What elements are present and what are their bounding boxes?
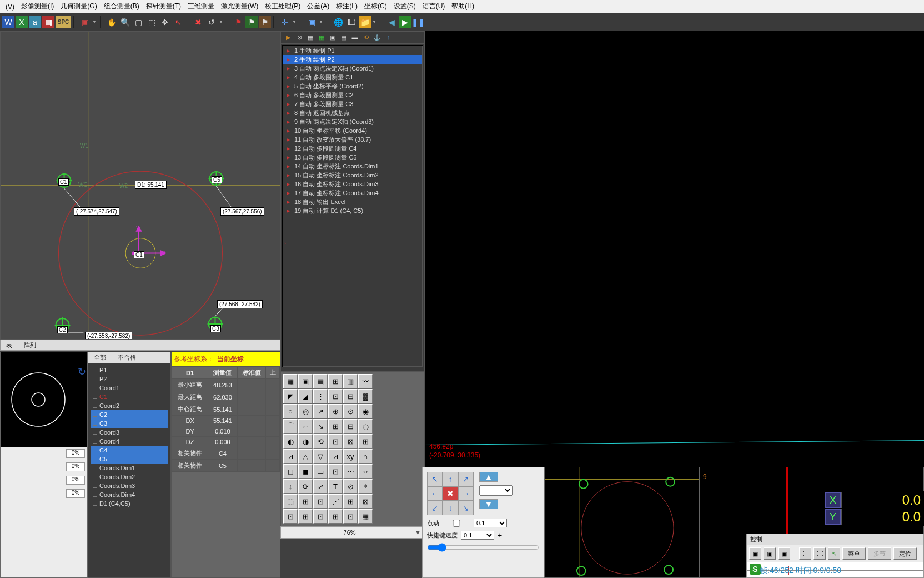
palette-tool[interactable]: ⊿ [328,449,343,464]
palette-tool[interactable]: ◉ [358,404,373,418]
palette-tool[interactable]: ▣ [298,374,313,388]
palette-tool[interactable]: ⊞ [343,494,358,509]
thumbnail-view[interactable]: ↻ [1,352,87,447]
palette-tool[interactable]: ⋮ [313,389,328,403]
palette-tool[interactable]: ⟲ [313,434,328,449]
palette-tool[interactable]: ⊞ [328,509,343,524]
palette-tool[interactable]: 〰 [358,374,373,388]
ctrl-menu-button[interactable]: 菜单 [842,547,866,560]
dropdown-icon[interactable]: ▼ [372,19,378,24]
palette-tool[interactable]: ⊞ [298,494,313,509]
menu-v[interactable]: (V) [2,2,18,12]
menu-coord[interactable]: 坐标(C) [361,1,390,12]
ctrl-rec3[interactable]: ▣ [778,547,790,560]
tree-item[interactable]: P2 [91,375,168,383]
palette-tool[interactable]: ↘ [313,419,328,434]
menu-help[interactable]: 帮助(H) [448,1,478,12]
sync-icon[interactable]: ⟲ [361,32,371,42]
ctrl-fit1[interactable]: ⛶ [799,547,811,560]
tree-item[interactable]: P1 [91,366,168,375]
palette-tool[interactable]: ⊟ [343,389,358,403]
task-item[interactable]: 9 自动 两点决定X轴 (Coord3) [283,117,422,126]
palette-tool[interactable]: ◐ [283,434,298,449]
word-icon[interactable]: W [2,16,14,28]
tree-item[interactable]: Coords.Dim1 [91,464,168,472]
undo-icon[interactable]: ↺ [205,16,218,28]
data-table[interactable]: D1测量值标准值上最小距离48.253最大距离62.030中心距离55.141D… [172,366,280,577]
flag-green-icon[interactable]: ⚑ [245,16,258,28]
z-down-button[interactable]: ▼ [479,499,498,509]
move-icon[interactable]: ✥ [159,16,171,28]
menu-combo[interactable]: 组合测量(B) [101,1,143,12]
dropdown-icon[interactable]: ▼ [319,19,324,24]
palette-tool[interactable]: ▦ [358,509,373,524]
tree-item[interactable]: Coord2 [91,401,168,410]
tree-item[interactable]: C4 [91,446,168,455]
palette-tool[interactable]: ▤ [313,374,328,388]
ctrl-rec1[interactable]: ▣ [749,547,761,560]
palette-tool[interactable]: ⋯ [343,464,358,479]
globe-icon[interactable]: 🌐 [332,16,344,28]
palette-tool[interactable]: ▦ [283,374,298,388]
nav-stop[interactable]: ✖ [443,486,458,501]
palette-tool[interactable]: ◑ [298,434,313,449]
palette-tool[interactable]: ▽ [313,449,328,464]
delete-icon[interactable]: ✖ [192,16,204,28]
hand-icon[interactable]: ✋ [106,16,118,28]
flag-brown-icon[interactable]: ⚑ [259,16,271,28]
ctrl-locate-button[interactable]: 定位 [893,547,917,560]
nav-right[interactable]: → [458,486,474,501]
pdf-icon[interactable]: ▦ [42,16,54,28]
palette-tool[interactable]: ⊠ [358,494,373,509]
tree-item[interactable]: C5 [91,455,168,464]
nav-down-right[interactable]: ↘ [458,501,474,515]
drawing-canvas[interactable]: C1 C5 C2 C3 C1 D1: 55.141 (-27.574,27.54… [0,31,280,340]
film-icon[interactable]: 🎞 [345,16,358,28]
dropdown-icon[interactable]: ▼ [219,19,224,24]
palette-tool[interactable]: ⊿ [283,449,298,464]
autocad-icon[interactable]: a [29,16,41,28]
palette-tool[interactable]: ◻ [283,464,298,479]
palette-tool[interactable]: ⊡ [283,509,298,524]
palette-tool[interactable]: ⊕ [328,404,343,418]
palette-tool[interactable]: ⊡ [313,509,328,524]
task-item[interactable]: 11 自动 改变放大倍率 (38.7) [283,135,422,144]
spc-icon[interactable]: SPC [56,16,71,28]
task-item[interactable]: 7 自动 多段圆测量 C3 [283,99,422,108]
task-list[interactable]: 1 手动 绘制 P12 手动 绘制 P23 自动 两点决定X轴 (Coord1)… [280,43,425,371]
ctrl-cursor[interactable]: ↖ [828,547,840,560]
tree-tab-all[interactable]: 全部 [88,352,112,363]
close-small-icon[interactable]: ⊗ [294,32,304,42]
palette-tool[interactable]: ⌓ [298,419,313,434]
menu-geom[interactable]: 几何测量(G) [57,1,100,12]
tree-list[interactable]: P1P2Coord1C1Coord2C2C3Coord3Coord4C4C5Co… [88,363,170,577]
palette-tool[interactable]: ⟳ [298,479,313,494]
task-item[interactable]: 10 自动 坐标平移 (Coord4) [283,126,422,135]
tree-item[interactable]: Coord4 [91,437,168,446]
dropdown-icon[interactable]: ▼ [292,19,298,24]
task-item[interactable]: 16 自动 坐标标注 Coords.Dim3 [283,180,422,188]
palette-tool[interactable]: xy [343,449,358,464]
menu-laser[interactable]: 激光测量(W) [218,1,262,12]
task-item[interactable]: 13 自动 多段圆测量 C5 [283,153,422,162]
task-item[interactable]: 18 自动 输出 Excel [283,197,422,206]
pointer-icon[interactable]: ↖ [172,16,184,28]
task-item[interactable]: 17 自动 坐标标注 Coords.Dim4 [283,188,422,197]
palette-tool[interactable]: ◼ [298,464,313,479]
tree-item[interactable]: Coord1 [91,383,168,392]
anchor-icon[interactable]: ⚓ [372,32,382,42]
palette-tool[interactable]: ⊞ [328,419,343,434]
palette-tool[interactable]: ⋰ [328,494,343,509]
menu-tolerance[interactable]: 公差(A) [304,1,333,12]
palette-tool[interactable]: ↕ [283,479,298,494]
select-icon[interactable]: ⬚ [145,16,158,28]
z-up-button[interactable]: ▲ [479,472,498,482]
tree-tab-fail[interactable]: 不合格 [112,352,142,363]
tab-table[interactable]: 表 [1,340,18,350]
task-item[interactable]: 19 自动 计算 D1 (C4, C5) [283,206,422,215]
palette-tool[interactable]: ↔ [358,464,373,479]
tree-item[interactable]: Coord3 [91,428,168,437]
palette-tool[interactable]: ⊘ [343,479,358,494]
menu-3d[interactable]: 三维测量 [184,1,218,12]
speed-slider[interactable] [427,543,539,552]
